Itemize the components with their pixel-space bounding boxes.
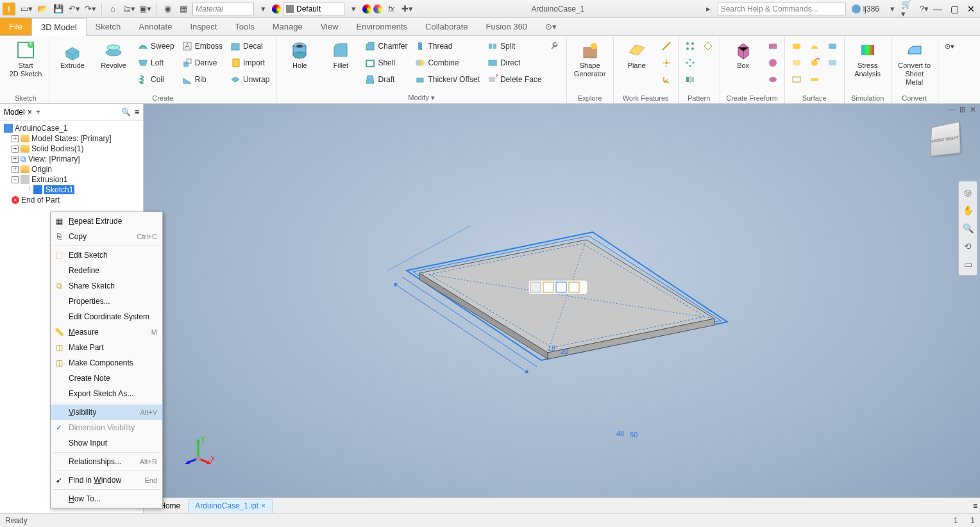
material-indicator-icon[interactable]: ◉ [160,2,174,16]
redo-icon[interactable]: ↷▾ [83,2,97,16]
help-icon[interactable]: ?▾ [917,2,931,16]
ribbon-overflow-button[interactable]: ⊙▾ [942,38,957,54]
sketch-driven-button[interactable] [700,38,716,54]
close-button[interactable]: ✕ [965,4,977,14]
tab-collaborate[interactable]: Collaborate [416,18,477,35]
orbit-icon[interactable]: ◎ [961,185,975,199]
viewport-maximize-icon[interactable]: ⊞ [959,105,966,114]
appearance-dropdown[interactable]: Default [283,3,344,15]
start-2d-sketch-button[interactable]: + Start 2D Sketch [6,38,45,93]
fillet-button[interactable]: Fillet [321,38,360,92]
view-cube[interactable]: FRONT RIGHT [930,122,960,156]
file-tab[interactable]: File [0,18,31,35]
derive-button[interactable]: Derive [180,55,225,71]
menu-measure[interactable]: 📏MeasureM [51,324,162,340]
search-icon[interactable]: 🔍 [121,108,131,117]
ff1-button[interactable] [765,38,781,54]
shape-generator-button[interactable]: Shape Generator [571,38,609,93]
color-wheel-icon[interactable] [362,4,371,13]
stress-analysis-button[interactable]: Stress Analysis [849,38,887,93]
close-icon[interactable]: × [261,501,266,510]
menu-find-in-window[interactable]: ➹Find in WindowEnd [51,473,162,488]
dropdown-icon[interactable]: ▾ [346,2,360,16]
extrude-button[interactable]: Extrude [53,38,92,93]
combine-button[interactable]: Combine [412,55,482,71]
menu-make-part[interactable]: ◫Make Part [51,340,162,355]
menu-make-components[interactable]: ◫Make Components [51,355,162,371]
minimize-button[interactable]: — [931,4,944,14]
menu-create-note[interactable]: Create Note [51,371,162,386]
decal-button[interactable]: Decal [228,38,272,54]
ff3-button[interactable] [765,72,781,87]
surf1-button[interactable] [789,38,804,54]
surf2-button[interactable] [789,55,804,71]
tree-model-states[interactable]: +Model States: [Primary] [0,133,143,144]
projects-icon[interactable]: 🗂▾ [122,2,136,16]
tab-manage[interactable]: Manage [264,18,312,35]
tree-end-of-part[interactable]: ×End of Part [0,195,143,205]
menu-icon[interactable]: ≡ [135,108,139,117]
tree-view[interactable]: +⧉View: [Primary] [0,154,143,164]
menu-visibility[interactable]: VisibilityAlt+V [51,405,162,420]
chamfer-button[interactable]: Chamfer [362,38,410,54]
tab-inspect[interactable]: Inspect [181,18,226,35]
tab-tools[interactable]: Tools [226,18,263,35]
search-input[interactable]: Search Help & Commands... [718,3,846,15]
open-icon[interactable]: 📂 [35,2,49,16]
menu-relationships[interactable]: Relationships...Alt+R [51,454,162,469]
thicken-offset-button[interactable]: Thicken/ Offset [412,72,482,87]
loft-button[interactable]: Loft [135,55,177,71]
point-button[interactable] [659,55,674,71]
dropdown-icon[interactable]: ▾ [256,2,270,16]
search-arrow-icon[interactable]: ▸ [702,2,716,16]
rib-button[interactable]: Rib [180,72,225,87]
tab-3d-model[interactable]: 3D Model [31,18,87,36]
cart-icon[interactable]: 🛒▾ [901,2,915,16]
menu-copy[interactable]: ⎘CopyCtrl+C [51,229,162,244]
close-icon[interactable]: × [28,108,32,117]
tree-solid-bodies[interactable]: +Solid Bodies(1) [0,144,143,154]
draft-button[interactable]: Draft [362,72,410,87]
tree-sketch-selected[interactable]: └Sketch1 [0,185,143,195]
menu-show-input[interactable]: Show Input [51,435,162,451]
user-menu[interactable]: lj386 [852,4,879,13]
undo-icon[interactable]: ↶▾ [67,2,81,16]
tabs-menu-icon[interactable]: ≡ [973,501,977,510]
menu-properties[interactable]: Properties... [51,294,162,309]
tab-sketch[interactable]: Sketch [87,18,130,35]
direct-button[interactable]: Direct [485,55,545,71]
color-wheel-icon[interactable] [272,4,281,13]
surf4-button[interactable] [807,38,822,54]
expander-icon[interactable]: + [12,135,19,142]
color-wheel-clear-icon[interactable] [373,4,382,13]
surf7-button[interactable] [825,38,840,54]
tab-view[interactable]: View [312,18,348,35]
surf3-button[interactable] [789,72,804,87]
viewport-close-icon[interactable]: ✕ [970,105,976,114]
shell-button[interactable]: Shell [362,55,410,71]
hole-button[interactable]: Hole [280,38,319,92]
fx-icon[interactable]: fx [384,2,398,16]
pan-icon[interactable]: ✋ [961,203,975,217]
split-button[interactable]: Split [485,38,545,54]
menu-edit-sketch[interactable]: ⬚Edit Sketch [51,247,162,263]
surf5-button[interactable]: ✂ [807,55,822,71]
tree-root[interactable]: ArduinoCase_1 [0,123,143,133]
tab-fusion360[interactable]: Fusion 360 [477,18,536,35]
zoom-icon[interactable]: 🔍 [961,221,975,235]
tab-addins[interactable]: ⊙▾ [536,18,566,35]
home-icon[interactable]: ⌂ [106,2,120,16]
tab-annotate[interactable]: Annotate [130,18,181,35]
thread-button[interactable]: Thread [412,38,482,54]
menu-export-sketch[interactable]: Export Sketch As... [51,386,162,401]
checker-icon[interactable]: ▦ [176,2,190,16]
expander-icon[interactable]: − [12,176,19,183]
convert-sheetmetal-button[interactable]: Convert to Sheet Metal [895,38,934,93]
modify-overflow-button[interactable] [547,38,562,54]
expander-icon[interactable]: + [12,156,19,163]
free-orbit-icon[interactable]: ⟲ [961,239,975,253]
circ-pattern-button[interactable] [682,55,698,71]
mirror-button[interactable] [682,72,698,87]
expander-icon[interactable]: + [12,166,19,173]
ucs-button[interactable] [659,72,674,87]
